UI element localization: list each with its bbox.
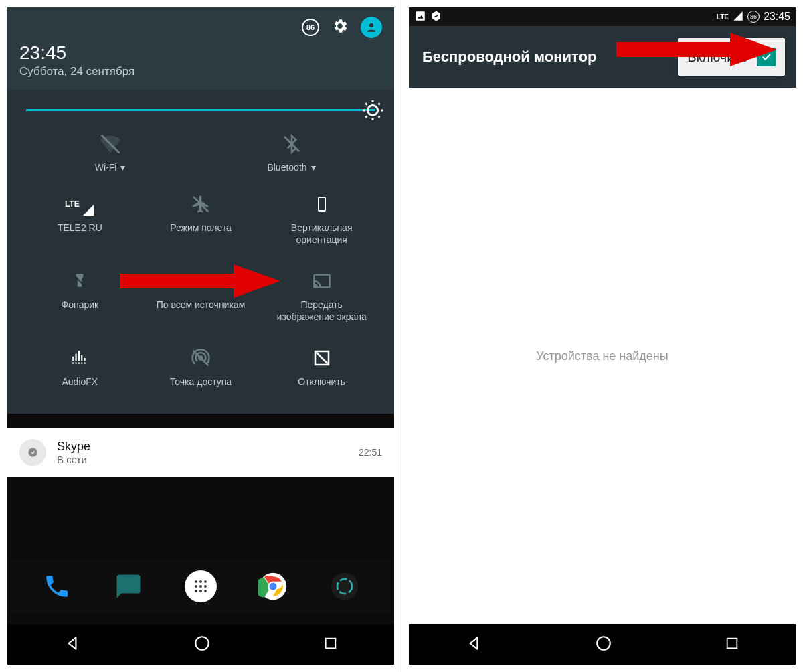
- svg-point-21: [195, 585, 197, 588]
- svg-point-30: [331, 573, 358, 600]
- svg-rect-7: [76, 353, 77, 361]
- navigation-bar-right: [409, 624, 796, 665]
- action-bar: Беспроводной монитор Включить: [409, 26, 796, 88]
- cast-screen-icon: [310, 268, 333, 294]
- lte-indicator: LTE: [717, 13, 729, 21]
- tile-cellular-label: TELE2 RU: [58, 222, 102, 234]
- gap: [7, 414, 394, 423]
- svg-point-32: [195, 637, 209, 650]
- nav-recent-icon[interactable]: [725, 636, 739, 653]
- profile-avatar-icon[interactable]: [361, 17, 382, 38]
- nav-back-icon[interactable]: [465, 635, 482, 655]
- nav-back-icon[interactable]: [64, 635, 81, 655]
- svg-point-23: [204, 585, 207, 588]
- tile-bluetooth-label: Bluetooth: [267, 162, 306, 173]
- status-bar: LTE 86 23:45: [409, 7, 796, 26]
- clock-date: Суббота, 24 сентября: [19, 65, 382, 78]
- tile-cast-label-1: Передать: [300, 299, 342, 311]
- qs-row-3: Фонарик По всем источникам Передать изоб…: [19, 263, 382, 335]
- caret-down-icon: ▾: [311, 162, 316, 173]
- svg-rect-34: [416, 11, 425, 21]
- svg-point-24: [195, 590, 197, 592]
- bluetooth-off-icon: [282, 131, 302, 157]
- tile-hotspot-label: Точка доступа: [170, 376, 232, 388]
- wifi-off-icon: [98, 131, 122, 157]
- tile-airplane[interactable]: Режим полета: [141, 186, 262, 258]
- svg-point-35: [597, 637, 610, 650]
- sync-off-icon: [312, 345, 332, 371]
- notification-title: Skype: [57, 440, 348, 454]
- tile-hotspot[interactable]: Точка доступа: [141, 340, 262, 400]
- tile-flashlight-label: Фонарик: [61, 299, 98, 311]
- svg-point-20: [204, 580, 207, 583]
- battery-badge-small-icon: 86: [747, 11, 760, 23]
- tile-sync[interactable]: Отключить: [261, 340, 382, 400]
- hotspot-off-icon: [190, 345, 211, 371]
- brightness-auto-icon[interactable]: [361, 98, 385, 125]
- chrome-app-icon[interactable]: [257, 570, 289, 602]
- svg-rect-10: [78, 362, 80, 363]
- nav-recent-icon[interactable]: [323, 636, 338, 653]
- svg-rect-33: [326, 639, 336, 649]
- settings-gear-icon[interactable]: [331, 17, 349, 37]
- svg-point-25: [199, 590, 202, 592]
- left-phone-screen: 86 23:45 Суббота, 24 сентября: [7, 7, 394, 665]
- clock-time: 23:45: [19, 42, 382, 64]
- status-time: 23:45: [764, 11, 790, 23]
- equalizer-icon: [70, 345, 90, 371]
- image-status-icon: [414, 10, 426, 24]
- svg-point-18: [195, 580, 197, 583]
- messages-app-icon[interactable]: [112, 570, 145, 602]
- notification-subtitle: В сети: [57, 454, 348, 465]
- tile-rotation-label-1: Вертикальная: [291, 222, 353, 234]
- battery-badge-icon[interactable]: 86: [302, 19, 319, 36]
- red-arrow-annotation: [120, 262, 287, 297]
- airplane-off-icon: [191, 191, 211, 217]
- tile-wifi-label: Wi-Fi: [95, 162, 117, 173]
- empty-state: Устройства не найдены: [409, 88, 796, 624]
- tile-location-label: По всем источникам: [157, 299, 246, 311]
- svg-point-22: [199, 585, 202, 588]
- cellular-band-label: LTE: [65, 199, 80, 209]
- svg-rect-13: [84, 358, 86, 361]
- notification-card[interactable]: Skype В сети 22:51: [7, 428, 394, 477]
- flashlight-off-icon: [71, 268, 88, 294]
- svg-rect-6: [72, 362, 74, 363]
- tile-audiofx[interactable]: AudioFX: [19, 340, 141, 400]
- tile-cast-label-2: изображение экрана: [277, 311, 367, 323]
- quick-settings-header: 86 23:45 Суббота, 24 сентября: [7, 7, 394, 90]
- skype-status-icon: [430, 10, 442, 24]
- svg-rect-36: [727, 639, 737, 649]
- phone-app-icon[interactable]: [41, 570, 73, 602]
- tile-cellular[interactable]: LTE TELE2 RU: [19, 186, 141, 258]
- skype-notification-icon: [19, 439, 46, 466]
- screen-title: Беспроводной монитор: [422, 48, 596, 66]
- camera-app-icon[interactable]: [329, 570, 361, 602]
- nav-home-icon[interactable]: [595, 635, 612, 655]
- tile-wifi[interactable]: Wi-Fi▾: [19, 126, 201, 186]
- brightness-slider[interactable]: [19, 109, 382, 111]
- svg-rect-12: [81, 362, 82, 363]
- tile-audiofx-label: AudioFX: [62, 376, 98, 388]
- empty-state-text: Устройства не найдены: [536, 349, 668, 363]
- tile-bluetooth[interactable]: Bluetooth▾: [201, 126, 382, 186]
- tile-rotation-label-2: ориентация: [296, 234, 347, 246]
- nav-home-icon[interactable]: [193, 635, 211, 655]
- notification-text: Skype В сети: [57, 440, 348, 465]
- app-drawer-icon[interactable]: [185, 570, 217, 602]
- tile-sync-label: Отключить: [298, 376, 345, 388]
- notification-time: 22:51: [359, 447, 382, 458]
- right-phone-screen: LTE 86 23:45 Беспроводной монитор Включи…: [409, 7, 796, 665]
- home-dock: [7, 560, 394, 613]
- red-arrow-annotation: [616, 30, 784, 72]
- caret-down-icon: ▾: [120, 162, 125, 173]
- svg-point-19: [199, 580, 202, 583]
- svg-point-4: [314, 286, 315, 287]
- quick-settings-panel: Wi-Fi▾ Bluetooth▾ LTE TELE2 RU: [7, 90, 394, 414]
- svg-rect-11: [81, 355, 82, 361]
- qs-header-icons: 86: [19, 17, 382, 38]
- tile-airplane-label: Режим полета: [170, 222, 232, 234]
- svg-point-26: [204, 590, 207, 592]
- cellular-signal-icon: LTE: [65, 191, 95, 217]
- tile-rotation[interactable]: Вертикальная ориентация: [261, 186, 382, 258]
